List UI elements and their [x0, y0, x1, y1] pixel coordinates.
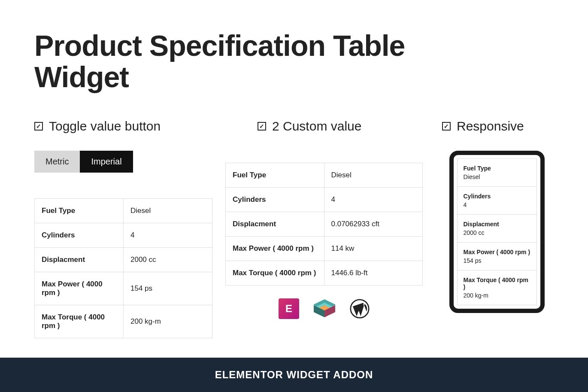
list-item: Fuel Type Diesel: [458, 159, 536, 187]
spec-value: 114 kw: [324, 236, 423, 261]
spec-table-imperial: Fuel TypeDiesel Cylinders4 Displacment0.…: [225, 163, 423, 286]
spec-label: Max Torque ( 4000 rpm ): [35, 305, 124, 338]
table-row: Cylinders4: [226, 187, 423, 212]
spec-label: Fuel Type: [226, 163, 324, 187]
feature-label: 2 Custom value: [272, 119, 361, 134]
column-responsive: Fuel Type Diesel Cylinders 4 Displacment…: [440, 151, 554, 313]
check-icon: ✓: [34, 122, 43, 131]
spec-value: 200 kg-m: [124, 305, 212, 338]
table-row: Displacment0.07062933 cft: [226, 212, 423, 236]
table-row: Fuel TypeDiesel: [35, 198, 212, 223]
spec-label: Cylinders: [35, 223, 124, 247]
widget-pack-icon: [309, 299, 339, 318]
table-row: Cylinders4: [35, 223, 212, 247]
list-item: Max Torque ( 4000 rpm ) 200 kg-m: [458, 270, 536, 305]
spec-label: Displacment: [226, 212, 324, 236]
table-row: Displacment2000 cc: [35, 247, 212, 272]
spec-value: 0.07062933 cft: [324, 212, 423, 236]
spec-label: Displacment: [35, 247, 124, 272]
spec-value: 2000 cc: [124, 247, 212, 272]
spec-value: 2000 cc: [464, 229, 530, 236]
check-icon: ✓: [442, 122, 451, 131]
phone-mockup: Fuel Type Diesel Cylinders 4 Displacment…: [449, 151, 545, 313]
spec-table-metric: Fuel TypeDiesel Cylinders4 Displacment20…: [34, 198, 212, 338]
spec-value: 200 kg-m: [464, 292, 530, 299]
feature-label: Toggle value button: [49, 119, 161, 134]
metric-button[interactable]: Metric: [34, 151, 80, 173]
spec-value: 1446.6 lb-ft: [324, 261, 423, 285]
table-row: Max Torque ( 4000 rpm )200 kg-m: [35, 305, 212, 338]
spec-value: 154 ps: [464, 257, 530, 264]
feature-custom-value: ✓ 2 Custom value: [258, 119, 442, 134]
logo-row: E: [225, 298, 423, 319]
list-item: Displacment 2000 cc: [458, 215, 536, 243]
spec-label: Fuel Type: [35, 198, 124, 223]
spec-label: Displacment: [464, 221, 530, 228]
feature-label: Responsive: [457, 119, 524, 134]
table-row: Max Torque ( 4000 rpm )1446.6 lb-ft: [226, 261, 423, 285]
elementor-icon: E: [279, 298, 299, 319]
column-custom-table: Fuel TypeDiesel Cylinders4 Displacment0.…: [225, 151, 440, 319]
footer-banner: ELEMENTOR WIDGET ADDON: [0, 358, 588, 392]
check-icon: ✓: [258, 122, 266, 131]
spec-label: Fuel Type: [464, 165, 530, 172]
feature-toggle-value: ✓ Toggle value button: [34, 119, 258, 134]
spec-value: Diesel: [324, 163, 423, 187]
spec-label: Max Power ( 4000 rpm ): [464, 249, 530, 255]
list-item: Cylinders 4: [458, 187, 536, 215]
spec-label: Cylinders: [464, 193, 530, 200]
spec-value: 4: [124, 223, 212, 247]
spec-value: 154 ps: [124, 272, 212, 305]
feature-list: ✓ Toggle value button ✓ 2 Custom value ✓…: [34, 119, 554, 134]
spec-value: Diesel: [464, 173, 530, 180]
list-item: Max Power ( 4000 rpm ) 154 ps: [458, 243, 536, 270]
table-row: Max Power ( 4000 rpm )154 ps: [35, 272, 212, 305]
imperial-button[interactable]: Imperial: [80, 151, 133, 173]
spec-label: Cylinders: [226, 187, 324, 212]
spec-value: Diesel: [124, 198, 212, 223]
feature-responsive: ✓ Responsive: [442, 119, 554, 134]
table-row: Max Power ( 4000 rpm )114 kw: [226, 236, 423, 261]
spec-label: Max Torque ( 4000 rpm ): [226, 261, 324, 285]
page-title: Product Specification Table Widget: [34, 30, 421, 93]
spec-label: Max Torque ( 4000 rpm ): [464, 277, 530, 290]
wordpress-icon: [350, 299, 370, 319]
spec-value: 4: [324, 187, 423, 212]
spec-value: 4: [464, 201, 530, 208]
spec-label: Max Power ( 4000 rpm ): [226, 236, 324, 261]
spec-label: Max Power ( 4000 rpm ): [35, 272, 124, 305]
unit-toggle: Metric Imperial: [34, 151, 133, 173]
table-row: Fuel TypeDiesel: [226, 163, 423, 187]
column-toggle-table: Metric Imperial Fuel TypeDiesel Cylinder…: [34, 151, 225, 338]
